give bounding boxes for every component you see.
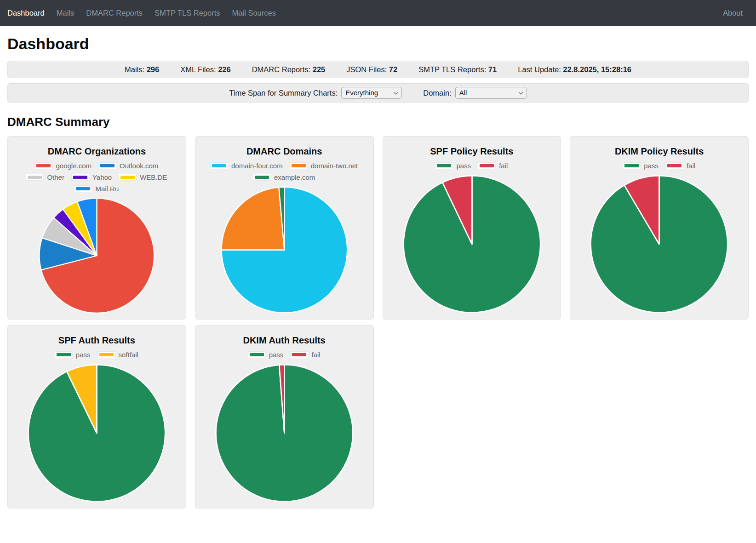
legend-label: pass [76, 351, 91, 359]
legend-item[interactable]: Mail.Ru [74, 185, 119, 193]
pie-chart [199, 362, 370, 504]
legend-label: fail [687, 162, 695, 170]
legend-swatch [623, 163, 640, 169]
stats-bar: Mails: 296 XML Files: 226 DMARC Reports:… [7, 61, 749, 78]
chart-card: DKIM Policy Results passfail [570, 136, 749, 320]
top-navbar: Dashboard Mails DMARC Reports SMTP TLS R… [0, 0, 756, 26]
legend-item[interactable]: softfail [98, 351, 138, 359]
charts-grid: DMARC Organizations google.comOutlook.co… [7, 136, 749, 509]
pie-wrap [387, 171, 557, 315]
legend-label: domain-four.com [231, 162, 283, 170]
legend-item[interactable]: Yahoo [72, 173, 112, 181]
pie-wrap [11, 194, 182, 315]
legend-item[interactable]: Outlook.com [99, 162, 158, 170]
legend-swatch [99, 163, 116, 169]
chart-legend: passfail [435, 162, 508, 170]
nav-item-dashboard[interactable]: Dashboard [7, 5, 51, 21]
legend-label: pass [269, 351, 284, 359]
stat-last-update: Last Update: 22.8.2025, 15:28:16 [518, 65, 631, 74]
legend-label: pass [456, 162, 471, 170]
pie-chart [11, 362, 182, 504]
legend-swatch [435, 163, 452, 169]
page-title: Dashboard [7, 35, 749, 53]
filters-bar: Time Span for Summary Charts: Everything… [7, 83, 749, 103]
legend-label: softfail [119, 351, 138, 359]
chart-title: SPF Auth Results [11, 335, 182, 346]
legend-label: fail [499, 162, 508, 170]
time-span-filter: Time Span for Summary Charts: Everything [229, 87, 402, 99]
legend-swatch [72, 174, 89, 180]
time-span-select[interactable]: Everything [341, 87, 402, 99]
legend-item[interactable]: domain-two.net [290, 162, 358, 170]
nav-item-dmarc-reports[interactable]: DMARC Reports [80, 5, 149, 21]
legend-item[interactable]: fail [291, 351, 320, 359]
legend-item[interactable]: fail [478, 162, 508, 170]
legend-swatch [55, 352, 72, 358]
nav-item-mail-sources[interactable]: Mail Sources [226, 5, 282, 21]
chart-title: DMARC Organizations [11, 146, 182, 157]
domain-label: Domain: [423, 89, 451, 97]
legend-swatch [290, 163, 307, 169]
chart-card: SPF Auth Results passsoftfail [7, 325, 186, 509]
chart-legend: google.comOutlook.comOtherYahooWEB.DEMai… [16, 162, 178, 193]
chart-legend: passfail [623, 162, 695, 170]
pie-slice [221, 187, 284, 250]
pie-chart [11, 196, 182, 315]
domain-filter: Domain: All [423, 87, 527, 99]
legend-item[interactable]: pass [248, 351, 284, 359]
legend-swatch [74, 186, 92, 192]
chart-title: DKIM Policy Results [574, 146, 745, 157]
legend-item[interactable]: pass [435, 162, 471, 170]
legend-item[interactable]: domain-four.com [211, 162, 283, 170]
legend-item[interactable]: pass [55, 351, 91, 359]
legend-swatch [253, 174, 270, 180]
pie-wrap [574, 171, 745, 315]
legend-swatch [291, 352, 308, 358]
chart-card: SPF Policy Results passfail [383, 136, 561, 320]
legend-label: Other [47, 173, 64, 181]
pie-wrap [199, 182, 370, 315]
nav-item-smtp-tls-reports[interactable]: SMTP TLS Reports [149, 5, 226, 21]
chart-card: DKIM Auth Results passfail [195, 325, 374, 509]
legend-swatch [478, 163, 495, 169]
chart-card: DMARC Domains domain-four.comdomain-two.… [195, 136, 374, 320]
section-title-dmarc-summary: DMARC Summary [7, 115, 749, 129]
legend-item[interactable]: google.com [35, 162, 92, 170]
nav-item-about[interactable]: About [717, 5, 749, 21]
chart-legend: domain-four.comdomain-two.netexample.com [203, 162, 365, 181]
legend-label: fail [311, 351, 320, 359]
stat-xml-files: XML Files: 226 [180, 65, 230, 74]
legend-item[interactable]: pass [623, 162, 659, 170]
legend-label: Yahoo [92, 173, 112, 181]
stat-json-files: JSON Files: 72 [346, 65, 397, 74]
stat-mails: Mails: 296 [125, 65, 159, 74]
legend-swatch [248, 352, 265, 358]
page-content: Dashboard Mails: 296 XML Files: 226 DMAR… [0, 35, 756, 521]
legend-label: Outlook.com [120, 162, 158, 170]
legend-item[interactable]: Other [26, 173, 64, 181]
domain-select[interactable]: All [455, 87, 527, 99]
chart-title: DMARC Domains [199, 146, 370, 157]
legend-swatch [666, 163, 683, 169]
legend-item[interactable]: example.com [253, 173, 315, 181]
chart-card: DMARC Organizations google.comOutlook.co… [7, 136, 186, 320]
legend-swatch [98, 352, 115, 358]
legend-label: Mail.Ru [95, 185, 119, 193]
legend-swatch [119, 174, 136, 180]
legend-swatch [26, 174, 43, 180]
legend-item[interactable]: fail [666, 162, 695, 170]
legend-swatch [211, 163, 228, 169]
stat-dmarc-reports: DMARC Reports: 225 [252, 65, 326, 74]
pie-chart [199, 184, 370, 315]
time-span-label: Time Span for Summary Charts: [229, 89, 338, 97]
pie-wrap [11, 360, 182, 504]
chart-title: SPF Policy Results [387, 146, 557, 157]
nav-item-mails[interactable]: Mails [51, 5, 80, 21]
legend-item[interactable]: WEB.DE [119, 173, 167, 181]
chart-legend: passsoftfail [55, 351, 138, 359]
stat-smtp-tls-reports: SMTP TLS Reports: 71 [418, 65, 497, 74]
legend-label: pass [644, 162, 659, 170]
legend-swatch [35, 163, 52, 169]
legend-label: example.com [274, 173, 315, 181]
chart-legend: passfail [248, 351, 321, 359]
